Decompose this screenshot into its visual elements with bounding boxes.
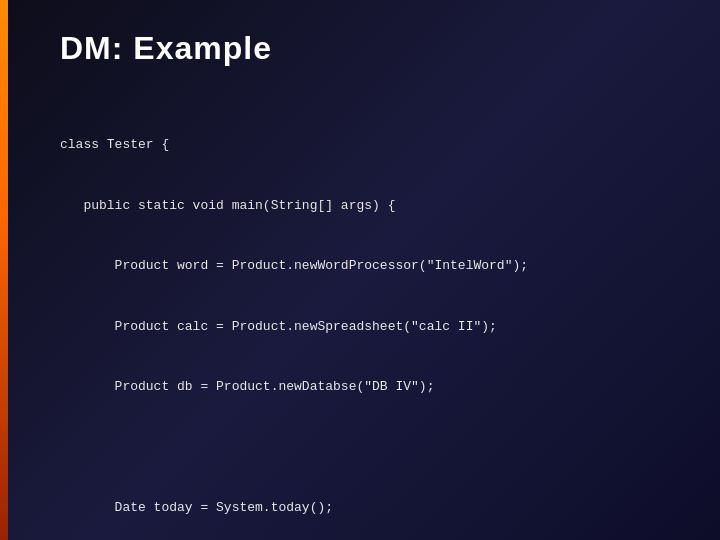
- code-line-3: Product word = Product.newWordProcessor(…: [60, 256, 670, 276]
- code-line-6: [60, 437, 670, 457]
- slide-title: DM: Example: [60, 30, 670, 67]
- code-line-5: Product db = Product.newDatabse("DB IV")…: [60, 377, 670, 397]
- code-line-4: Product calc = Product.newSpreadsheet("c…: [60, 317, 670, 337]
- code-line-7: Date today = System.today();: [60, 498, 670, 518]
- code-block: class Tester { public static void main(S…: [60, 95, 670, 540]
- code-line-2: public static void main(String[] args) {: [60, 196, 670, 216]
- code-line-1: class Tester {: [60, 135, 670, 155]
- left-accent-bar: [0, 0, 8, 540]
- slide: DM: Example class Tester { public static…: [0, 0, 720, 540]
